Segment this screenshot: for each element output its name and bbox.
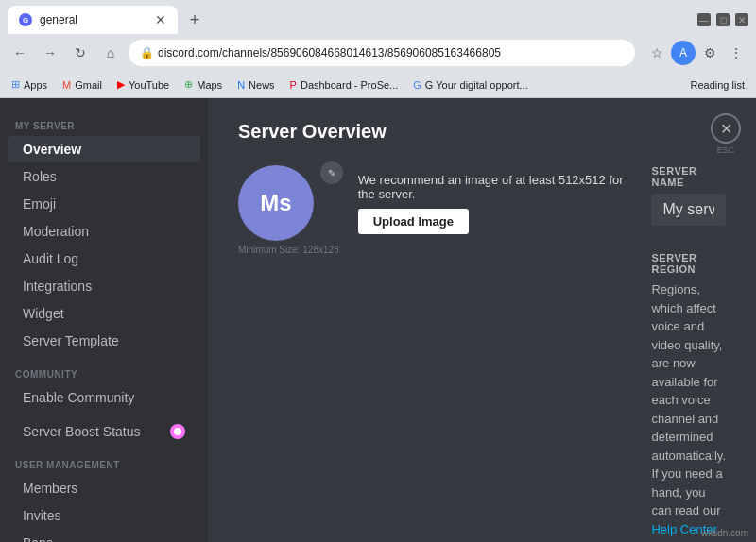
sidebar-item-server-template[interactable]: Server Template — [8, 328, 200, 354]
esc-label: ESC — [717, 145, 735, 155]
sidebar-item-integrations-label: Integrations — [23, 279, 92, 294]
close-x-label: ✕ — [720, 120, 732, 138]
server-avatar: Ms — [238, 165, 314, 241]
sidebar-item-moderation-label: Moderation — [23, 224, 89, 239]
bookmark-gmail[interactable]: M Gmail — [59, 77, 106, 93]
bookmark-digital[interactable]: G G Your digital opport... — [409, 77, 531, 93]
sidebar-item-overview[interactable]: Overview — [8, 136, 200, 162]
bookmark-youtube[interactable]: ▶ YouTube — [113, 76, 173, 93]
server-region-field: SERVER REGION Regions, which affect voic… — [651, 252, 726, 538]
sidebar-item-overview-label: Overview — [23, 142, 81, 157]
server-name-label: SERVER NAME — [651, 165, 726, 188]
tab-favicon: G — [19, 13, 32, 26]
avatar-min-size: Minimum Size: 128x128 — [238, 245, 339, 255]
extensions-icon[interactable]: ⚙ — [697, 41, 722, 65]
server-name-input[interactable] — [651, 194, 726, 226]
sidebar-item-bans-label: Bans — [23, 535, 53, 542]
sidebar-item-emoji[interactable]: Emoji — [8, 191, 200, 217]
home-button[interactable]: ⌂ — [98, 41, 123, 65]
bookmark-youtube-label: YouTube — [129, 79, 169, 91]
sidebar-item-server-boost[interactable]: Server Boost Status — [8, 418, 200, 445]
reading-list-label: Reading list — [691, 79, 745, 91]
sidebar-item-roles[interactable]: Roles — [8, 163, 200, 190]
back-button[interactable]: ← — [8, 41, 32, 65]
bookmark-dashboard[interactable]: P Dashboard - ProSe... — [286, 77, 403, 93]
sidebar-item-bans[interactable]: Bans — [8, 530, 200, 542]
maximize-window[interactable]: ◻ — [716, 13, 730, 26]
avatar-recommendation-text: We recommend an image of at least 512x51… — [358, 173, 633, 201]
sidebar-item-widget[interactable]: Widget — [8, 300, 200, 327]
avatar-edit-button[interactable]: ✎ — [320, 161, 343, 184]
bookmarks-bar: ⊞ Apps M Gmail ▶ YouTube ⊕ Maps N News P… — [0, 72, 756, 98]
app-container: MY SERVER Overview Roles Emoji Moderatio… — [0, 98, 756, 542]
close-settings-button[interactable]: ✕ ESC — [711, 113, 741, 155]
section-my-server-label: MY SERVER — [0, 113, 208, 135]
address-bar: ← → ↻ ⌂ 🔒 discord.com/channels/856906084… — [0, 34, 756, 72]
sidebar-item-enable-community-label: Enable Community — [23, 390, 134, 405]
sidebar-item-widget-label: Widget — [23, 306, 64, 321]
watermark: wxsdn.com — [701, 528, 748, 538]
server-region-label: SERVER REGION — [651, 252, 726, 275]
reload-button[interactable]: ↻ — [68, 41, 93, 65]
page-title: Server Overview — [238, 121, 726, 143]
sidebar-item-emoji-label: Emoji — [23, 196, 56, 212]
sidebar-item-members[interactable]: Members — [8, 475, 200, 501]
edit-icon: ✎ — [328, 168, 335, 178]
server-name-field: SERVER NAME — [651, 165, 726, 226]
sidebar-item-invites-label: Invites — [23, 508, 60, 523]
bookmark-maps-label: Maps — [197, 79, 222, 91]
browser-profile-icon[interactable]: A — [671, 41, 696, 65]
minimize-window[interactable]: — — [697, 13, 711, 26]
server-fields: SERVER NAME SERVER REGION Regions, which… — [651, 165, 726, 542]
bookmark-news[interactable]: N News — [233, 77, 278, 93]
section-user-management-label: USER MANAGEMENT — [0, 452, 208, 474]
tab-close-button[interactable]: ✕ — [155, 12, 166, 27]
section-community-label: COMMUNITY — [0, 362, 208, 383]
bookmark-digital-label: G Your digital opport... — [425, 79, 528, 91]
sidebar-item-audit-log[interactable]: Audit Log — [8, 246, 200, 272]
boost-badge-icon — [170, 424, 185, 439]
server-region-text: Regions, which affect voice and video qu… — [651, 280, 726, 538]
bookmark-star-icon[interactable]: ☆ — [644, 41, 669, 65]
sidebar-item-server-boost-label: Server Boost Status — [23, 424, 141, 439]
close-icon[interactable]: ✕ — [711, 113, 741, 144]
sidebar-item-enable-community[interactable]: Enable Community — [8, 384, 200, 411]
address-input[interactable]: 🔒 discord.com/channels/85690608466801461… — [129, 40, 635, 66]
reading-list-button[interactable]: Reading list — [687, 77, 748, 93]
bookmark-apps-label: Apps — [24, 79, 47, 91]
server-icon-section: Ms ✎ Minimum Size: 128x128 We recommend … — [238, 165, 726, 542]
boost-badge-inner — [174, 428, 181, 435]
avatar-info: We recommend an image of at least 512x51… — [358, 165, 633, 234]
browser-chrome: G general ✕ + — ◻ ✕ ← → ↻ ⌂ 🔒 discord.co… — [0, 0, 756, 98]
server-avatar-container: Ms ✎ Minimum Size: 128x128 — [238, 165, 339, 255]
forward-button[interactable]: → — [38, 41, 62, 65]
sidebar-item-server-template-label: Server Template — [23, 333, 119, 348]
main-content: ✕ ESC Server Overview Ms ✎ Minimum Size:… — [208, 98, 756, 542]
sidebar-item-invites[interactable]: Invites — [8, 502, 200, 529]
sidebar-item-moderation[interactable]: Moderation — [8, 218, 200, 245]
sidebar-item-integrations[interactable]: Integrations — [8, 273, 200, 299]
bookmark-news-label: News — [249, 79, 275, 91]
bookmark-gmail-label: Gmail — [75, 79, 102, 91]
tab-bar: G general ✕ + — ◻ ✕ — [0, 0, 756, 34]
new-tab-button[interactable]: + — [181, 7, 208, 33]
close-window[interactable]: ✕ — [735, 13, 748, 26]
address-text: discord.com/channels/856906084668014613/… — [158, 46, 624, 59]
bookmark-dashboard-label: Dashboard - ProSe... — [301, 79, 398, 91]
active-tab[interactable]: G general ✕ — [8, 6, 178, 34]
sidebar: MY SERVER Overview Roles Emoji Moderatio… — [0, 98, 208, 542]
bookmark-apps[interactable]: ⊞ Apps — [8, 76, 51, 93]
server-region-description: Regions, which affect voice and video qu… — [651, 282, 726, 517]
tab-title: general — [40, 13, 147, 26]
bookmark-maps[interactable]: ⊕ Maps — [180, 76, 226, 93]
upload-image-button[interactable]: Upload Image — [358, 209, 469, 234]
more-options-icon[interactable]: ⋮ — [724, 41, 748, 65]
sidebar-item-audit-log-label: Audit Log — [23, 251, 78, 266]
sidebar-item-members-label: Members — [23, 481, 77, 496]
sidebar-item-roles-label: Roles — [23, 169, 57, 184]
